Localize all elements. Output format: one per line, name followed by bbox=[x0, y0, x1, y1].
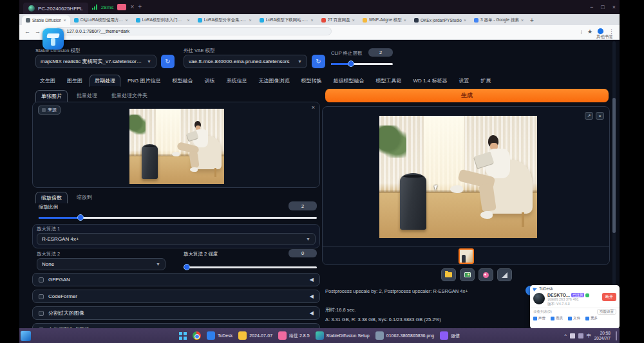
new-session-button[interactable]: + bbox=[138, 4, 142, 10]
tab-close-icon[interactable]: × bbox=[521, 18, 524, 23]
tray-icon[interactable] bbox=[578, 333, 583, 338]
browser-tab[interactable]: OKEx jordanPYStudio× bbox=[410, 15, 470, 25]
tab-close-icon[interactable]: × bbox=[63, 18, 66, 23]
browser-tab-active[interactable]: Stable Diffusion × bbox=[22, 15, 70, 25]
checkbox-icon[interactable] bbox=[39, 294, 44, 299]
browser-tab[interactable]: 3 器单 - Google 搜索× bbox=[470, 15, 527, 25]
taskbar-clock[interactable]: 20:58 2024/7/7 bbox=[594, 331, 611, 341]
tab-close-icon[interactable]: × bbox=[187, 18, 189, 23]
clear-image-button[interactable]: × bbox=[312, 104, 315, 111]
accordion-split-oversized[interactable]: 分割过大的图像 ◀ bbox=[32, 306, 320, 320]
browser-tab[interactable]: WNP-Adgne 模型× bbox=[359, 15, 410, 25]
browser-tab[interactable]: LoRA模型下载网站 - 哔哩哔× bbox=[256, 15, 317, 25]
tray-expand-icon[interactable]: ^ bbox=[564, 333, 566, 338]
accordion-codeformer[interactable]: CodeFormer ◀ bbox=[32, 290, 320, 303]
sd-model-dropdown[interactable]: majicMIX realistic 麦橘写实_v7.safetensors [… bbox=[35, 55, 156, 68]
address-bar[interactable]: ⓘ 127.0.0.1:7860/?__theme=dark bbox=[55, 27, 332, 35]
result-image[interactable] bbox=[379, 116, 537, 238]
file-transfer-tool[interactable]: 文件 bbox=[568, 316, 580, 320]
upscaler1-dropdown[interactable]: R-ESRGAN 4x+ ▼ bbox=[37, 233, 316, 245]
window-close-button[interactable]: × bbox=[612, 4, 616, 10]
scrollbar-thumb[interactable] bbox=[612, 98, 616, 233]
tab-train[interactable]: 训练 bbox=[200, 75, 220, 86]
bookmark-star-icon[interactable]: ★ bbox=[587, 28, 592, 35]
quality-tool[interactable]: 画质 bbox=[551, 316, 563, 320]
settings-button[interactable]: 功能设置 bbox=[597, 309, 616, 315]
send-to-img2img-button[interactable] bbox=[478, 268, 493, 281]
tab-settings[interactable]: 设置 bbox=[454, 75, 473, 86]
slider-knob[interactable] bbox=[348, 60, 354, 67]
other-bookmarks-button[interactable]: 其他书签 bbox=[596, 34, 613, 40]
vae-dropdown[interactable]: vae-ft-mse-840000-ema-pruned.safetensors… bbox=[184, 55, 307, 68]
tab-png-info[interactable]: PNG 图片信息 bbox=[123, 75, 166, 86]
browser-tab[interactable]: LoRA模型分享合集 - 哔哩哔× bbox=[194, 15, 256, 25]
widgets-icon[interactable] bbox=[21, 331, 31, 341]
tab-scale-to[interactable]: 缩放到 bbox=[71, 192, 97, 203]
gallery-close-button[interactable]: × bbox=[596, 112, 604, 120]
window-maximize-button[interactable]: □ bbox=[601, 4, 604, 10]
taskbar-item-png-file[interactable]: 01062-3865865836.png bbox=[375, 331, 434, 340]
vae-refresh-button[interactable]: ↻ bbox=[312, 55, 325, 68]
image-dropzone[interactable]: 来源 × bbox=[32, 102, 320, 188]
forward-icon[interactable]: → bbox=[35, 28, 41, 35]
tab-extras[interactable]: 后期处理 bbox=[90, 75, 120, 87]
tab-close-icon[interactable]: × bbox=[249, 18, 251, 23]
accordion-auto-face-crop[interactable]: 自动面部焦点剪裁 ◀ bbox=[32, 323, 320, 328]
remote-session-tab[interactable]: PC-20240625HFPL bbox=[23, 3, 88, 14]
back-icon[interactable]: ← bbox=[24, 28, 30, 35]
subtab-single-image[interactable]: 单张图片 bbox=[35, 90, 68, 102]
session-tab-close-icon[interactable]: × bbox=[130, 4, 134, 10]
browser-tab[interactable]: C站LoRA模型使用方法 - 哔哩哔× bbox=[70, 15, 132, 25]
save-image-button[interactable] bbox=[460, 268, 475, 281]
tab-system-info[interactable]: 系统信息 bbox=[222, 75, 252, 86]
generate-button[interactable]: 生成 bbox=[325, 89, 609, 102]
more-tool[interactable]: 更多 bbox=[585, 316, 598, 320]
tab-img2img[interactable]: 图生图 bbox=[62, 75, 87, 86]
page-scrollbar[interactable] bbox=[612, 41, 616, 324]
upscaler2-dropdown[interactable]: None ▼ bbox=[37, 258, 166, 270]
subtab-batch-folder[interactable]: 批量处理文件夹 bbox=[106, 90, 153, 102]
checkbox-icon[interactable] bbox=[39, 311, 44, 316]
window-minimize-button[interactable]: − bbox=[590, 4, 593, 10]
tab-extensions[interactable]: 扩展 bbox=[476, 75, 495, 86]
tab-checkpoint-merger[interactable]: 模型融合 bbox=[168, 75, 198, 86]
scale-slider[interactable] bbox=[39, 217, 317, 219]
tab-close-icon[interactable]: × bbox=[464, 18, 466, 23]
clip-skip-slider[interactable] bbox=[331, 63, 393, 65]
ime-indicator[interactable]: 中 bbox=[587, 333, 591, 339]
show-desktop-sliver[interactable] bbox=[616, 331, 617, 340]
start-button[interactable] bbox=[179, 332, 182, 335]
tab-close-icon[interactable]: × bbox=[125, 18, 128, 23]
browser-tab[interactable]: 2T 百度网盘× bbox=[317, 15, 359, 25]
sound-tool[interactable]: 声音 bbox=[533, 316, 545, 320]
record-badge-icon[interactable] bbox=[117, 4, 126, 10]
slider-knob[interactable] bbox=[184, 264, 190, 270]
sd-model-refresh-button[interactable]: ↻ bbox=[161, 55, 175, 68]
gallery-fullscreen-button[interactable]: ↗ bbox=[585, 112, 593, 120]
taskbar-item-sd-setup[interactable]: StableDiffusion Setup bbox=[316, 331, 370, 340]
menu-dots-icon[interactable]: ⋮ bbox=[609, 28, 614, 35]
tab-close-icon[interactable]: × bbox=[352, 18, 355, 23]
tab-scale-by[interactable]: 缩放倍数 bbox=[35, 192, 68, 203]
slider-knob[interactable] bbox=[77, 214, 84, 221]
clip-skip-value[interactable]: 2 bbox=[368, 48, 393, 57]
browser-tab[interactable]: LoRA模型训练入门教程 - 哔哩哔× bbox=[132, 15, 194, 25]
tab-model-toolkit[interactable]: 模型工具箱 bbox=[372, 75, 406, 86]
source-image-preview[interactable] bbox=[129, 109, 224, 184]
tray-icon[interactable] bbox=[570, 333, 575, 338]
taskbar-item-todesk[interactable]: ToDesk bbox=[207, 331, 232, 340]
accordion-gfpgan[interactable]: GFPGAN ◀ bbox=[32, 273, 320, 286]
chrome-taskbar-icon[interactable] bbox=[193, 331, 201, 340]
upscaler2-strength-slider[interactable] bbox=[184, 266, 317, 268]
tab-close-icon[interactable]: × bbox=[404, 18, 406, 23]
tab-image-browser[interactable]: 无边图像浏览 bbox=[254, 75, 294, 86]
send-to-extras-button[interactable] bbox=[497, 268, 512, 281]
taskbar-item-launcher[interactable]: 绘世 2.8.5 bbox=[278, 331, 310, 340]
disconnect-button[interactable]: 断开 bbox=[602, 293, 616, 301]
tab-txt2img[interactable]: 文生图 bbox=[35, 75, 60, 86]
tab-model-converter[interactable]: 模型转换 bbox=[297, 75, 327, 86]
download-icon[interactable]: ↓ bbox=[580, 28, 583, 35]
tab-super-merger[interactable]: 超级模型融合 bbox=[329, 75, 369, 86]
open-output-folder-button[interactable] bbox=[441, 268, 456, 281]
subtab-batch-process[interactable]: 批量处理 bbox=[71, 90, 102, 102]
